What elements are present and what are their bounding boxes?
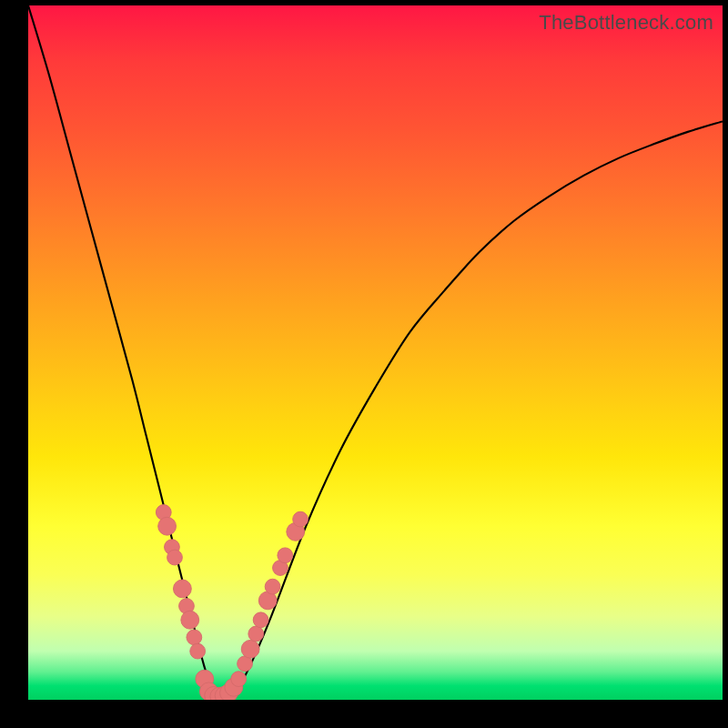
data-marker bbox=[293, 511, 308, 527]
data-marker bbox=[248, 626, 264, 642]
plot-area: TheBottleneck.com bbox=[28, 5, 723, 700]
data-marker bbox=[187, 630, 202, 645]
attribution-text: TheBottleneck.com bbox=[539, 11, 713, 35]
data-marker bbox=[265, 579, 280, 594]
data-marker bbox=[231, 672, 247, 687]
marker-group bbox=[156, 505, 308, 700]
data-marker bbox=[253, 612, 268, 628]
data-marker bbox=[158, 517, 177, 535]
data-marker bbox=[167, 550, 183, 565]
chart-svg bbox=[28, 5, 723, 700]
chart-frame: TheBottleneck.com bbox=[0, 0, 728, 728]
data-marker bbox=[190, 643, 206, 659]
data-marker bbox=[181, 611, 199, 629]
data-marker bbox=[173, 580, 191, 598]
bottleneck-curve bbox=[28, 5, 723, 696]
data-marker bbox=[241, 640, 259, 658]
data-marker bbox=[278, 548, 293, 563]
